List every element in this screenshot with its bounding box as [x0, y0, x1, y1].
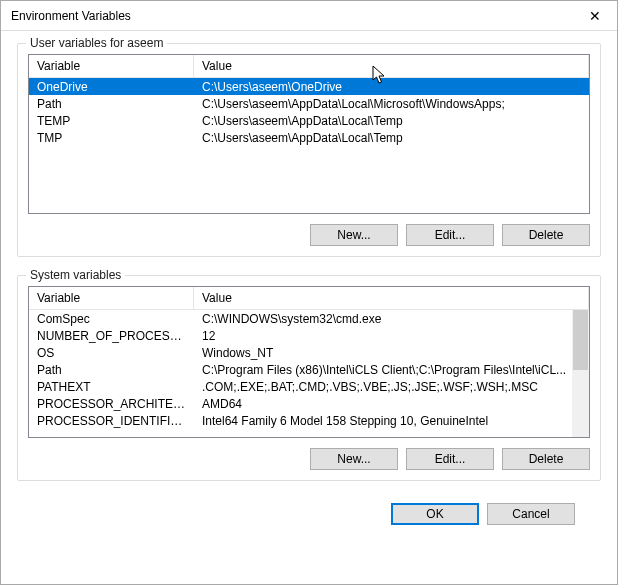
column-header-variable[interactable]: Variable: [29, 55, 194, 77]
system-table-header: Variable Value: [29, 287, 589, 310]
column-header-value[interactable]: Value: [194, 287, 589, 309]
table-row[interactable]: OSWindows_NT: [29, 344, 589, 361]
table-row[interactable]: PROCESSOR_IDENTIFIERIntel64 Family 6 Mod…: [29, 412, 589, 429]
system-edit-button[interactable]: Edit...: [406, 448, 494, 470]
dialog-button-row: OK Cancel: [17, 499, 601, 525]
cell-value: .COM;.EXE;.BAT;.CMD;.VBS;.VBE;.JS;.JSE;.…: [194, 380, 589, 394]
system-variables-group: System variables Variable Value ComSpecC…: [17, 275, 601, 481]
user-table-header: Variable Value: [29, 55, 589, 78]
scrollbar-thumb[interactable]: [573, 310, 588, 370]
system-variables-legend: System variables: [26, 268, 125, 282]
user-variables-table[interactable]: Variable Value OneDriveC:\Users\aseem\On…: [28, 54, 590, 214]
cell-variable: OS: [29, 346, 194, 360]
column-header-variable[interactable]: Variable: [29, 287, 194, 309]
cancel-button[interactable]: Cancel: [487, 503, 575, 525]
cell-value: C:\Users\aseem\AppData\Local\Temp: [194, 131, 589, 145]
dialog-title: Environment Variables: [11, 9, 572, 23]
cell-value: Windows_NT: [194, 346, 589, 360]
system-table-body: ComSpecC:\WINDOWS\system32\cmd.exeNUMBER…: [29, 310, 589, 437]
titlebar: Environment Variables ✕: [1, 1, 617, 31]
table-row[interactable]: PROCESSOR_ARCHITECTUREAMD64: [29, 395, 589, 412]
table-row[interactable]: NUMBER_OF_PROCESSORS12: [29, 327, 589, 344]
table-row[interactable]: TEMPC:\Users\aseem\AppData\Local\Temp: [29, 112, 589, 129]
close-button[interactable]: ✕: [572, 1, 617, 30]
user-new-button[interactable]: New...: [310, 224, 398, 246]
user-table-body: OneDriveC:\Users\aseem\OneDrivePathC:\Us…: [29, 78, 589, 213]
cell-value: C:\Users\aseem\AppData\Local\Temp: [194, 114, 589, 128]
cell-variable: PROCESSOR_IDENTIFIER: [29, 414, 194, 428]
user-delete-button[interactable]: Delete: [502, 224, 590, 246]
table-row[interactable]: TMPC:\Users\aseem\AppData\Local\Temp: [29, 129, 589, 146]
table-row[interactable]: PathC:\Users\aseem\AppData\Local\Microso…: [29, 95, 589, 112]
user-edit-button[interactable]: Edit...: [406, 224, 494, 246]
cell-variable: ComSpec: [29, 312, 194, 326]
system-new-button[interactable]: New...: [310, 448, 398, 470]
table-row[interactable]: OneDriveC:\Users\aseem\OneDrive: [29, 78, 589, 95]
cell-value: C:\Users\aseem\AppData\Local\Microsoft\W…: [194, 97, 589, 111]
cell-value: C:\Program Files (x86)\Intel\iCLS Client…: [194, 363, 589, 377]
system-variables-table[interactable]: Variable Value ComSpecC:\WINDOWS\system3…: [28, 286, 590, 438]
cell-value: AMD64: [194, 397, 589, 411]
system-delete-button[interactable]: Delete: [502, 448, 590, 470]
cell-variable: OneDrive: [29, 80, 194, 94]
cell-value: Intel64 Family 6 Model 158 Stepping 10, …: [194, 414, 589, 428]
close-icon: ✕: [589, 8, 601, 24]
column-header-value[interactable]: Value: [194, 55, 589, 77]
ok-button[interactable]: OK: [391, 503, 479, 525]
user-button-row: New... Edit... Delete: [28, 224, 590, 246]
scrollbar[interactable]: [572, 310, 589, 437]
dialog-content: User variables for aseem Variable Value …: [1, 31, 617, 525]
environment-variables-dialog: Environment Variables ✕ User variables f…: [0, 0, 618, 585]
cell-variable: PATHEXT: [29, 380, 194, 394]
cell-variable: TMP: [29, 131, 194, 145]
user-variables-group: User variables for aseem Variable Value …: [17, 43, 601, 257]
cell-value: C:\WINDOWS\system32\cmd.exe: [194, 312, 589, 326]
table-row[interactable]: PATHEXT.COM;.EXE;.BAT;.CMD;.VBS;.VBE;.JS…: [29, 378, 589, 395]
cell-variable: Path: [29, 363, 194, 377]
cell-value: 12: [194, 329, 589, 343]
cell-variable: NUMBER_OF_PROCESSORS: [29, 329, 194, 343]
cell-variable: TEMP: [29, 114, 194, 128]
cell-value: C:\Users\aseem\OneDrive: [194, 80, 589, 94]
table-row[interactable]: PathC:\Program Files (x86)\Intel\iCLS Cl…: [29, 361, 589, 378]
cell-variable: Path: [29, 97, 194, 111]
table-row[interactable]: ComSpecC:\WINDOWS\system32\cmd.exe: [29, 310, 589, 327]
cell-variable: PROCESSOR_ARCHITECTURE: [29, 397, 194, 411]
user-variables-legend: User variables for aseem: [26, 36, 167, 50]
system-button-row: New... Edit... Delete: [28, 448, 590, 470]
